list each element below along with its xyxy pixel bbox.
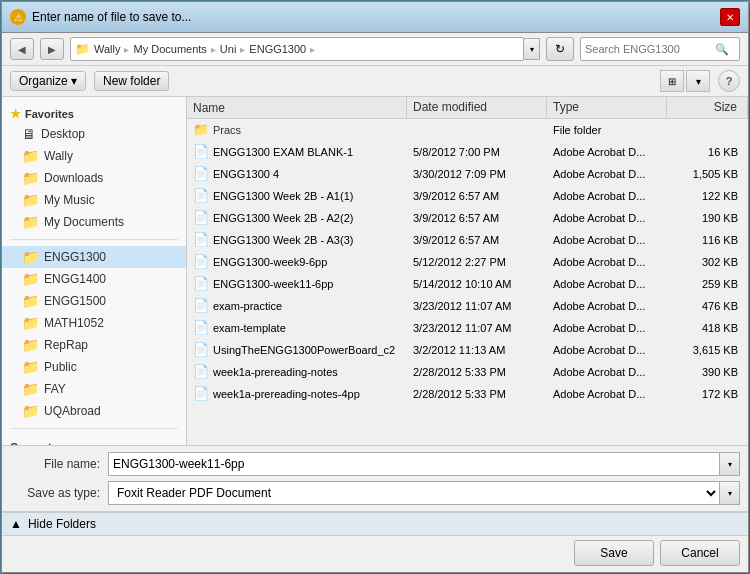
file-icon: 📄: [193, 188, 209, 203]
view-dropdown-button[interactable]: ▾: [686, 70, 710, 92]
file-date-cell: 2/28/2012 5:33 PM: [407, 365, 547, 379]
file-name: exam-practice: [213, 300, 282, 312]
table-row[interactable]: 📄 exam-template 3/23/2012 11:07 AM Adobe…: [187, 317, 748, 339]
search-icon[interactable]: 🔍: [715, 43, 729, 56]
table-row[interactable]: 📄 ENGG1300 4 3/30/2012 7:09 PM Adobe Acr…: [187, 163, 748, 185]
favorites-section-header: ★ Favorites: [2, 101, 186, 123]
file-icon: 📄: [193, 298, 209, 313]
file-name-cell: 📄 UsingTheENGG1300PowerBoard_c2: [187, 341, 407, 358]
documents-folder-icon: 📁: [22, 214, 39, 230]
breadcrumb-dropdown-button[interactable]: ▾: [524, 38, 540, 60]
file-name-cell: 📄 week1a-prereading-notes: [187, 363, 407, 380]
sidebar-item-public[interactable]: 📁 Public: [2, 356, 186, 378]
file-size-cell: 122 KB: [667, 189, 748, 203]
file-date-cell: 5/12/2012 2:27 PM: [407, 255, 547, 269]
breadcrumb-item-uni[interactable]: Uni: [220, 43, 237, 55]
file-name: ENGG1300 4: [213, 168, 279, 180]
table-row[interactable]: 📁 Pracs File folder: [187, 119, 748, 141]
sidebar-item-desktop[interactable]: 🖥 Desktop: [2, 123, 186, 145]
savetype-dropdown-button[interactable]: ▾: [720, 481, 740, 505]
computer-section-header: Computer: [2, 435, 186, 445]
filename-input[interactable]: [108, 452, 720, 476]
view-buttons: ⊞ ▾: [660, 70, 710, 92]
action-buttons: Save Cancel: [2, 535, 748, 572]
header-name[interactable]: Name: [187, 97, 407, 118]
sidebar-item-engg1400[interactable]: 📁 ENGG1400: [2, 268, 186, 290]
breadcrumb-item-mydocs[interactable]: My Documents: [133, 43, 206, 55]
save-button[interactable]: Save: [574, 540, 654, 566]
forward-button[interactable]: ▶: [40, 38, 64, 60]
file-type-cell: Adobe Acrobat D...: [547, 255, 667, 269]
table-row[interactable]: 📄 ENGG1300 Week 2B - A2(2) 3/9/2012 6:57…: [187, 207, 748, 229]
sidebar-item-my-documents[interactable]: 📁 My Documents: [2, 211, 186, 233]
main-content: ★ Favorites 🖥 Desktop 📁 Wally 📁 Download…: [2, 97, 748, 445]
savetype-row: Save as type: Foxit Reader PDF Document …: [10, 481, 740, 505]
file-date-cell: 3/23/2012 11:07 AM: [407, 299, 547, 313]
filename-input-wrapper: ▾: [108, 452, 740, 476]
file-size-cell: 16 KB: [667, 145, 748, 159]
file-name: ENGG1300 Week 2B - A1(1): [213, 190, 353, 202]
table-row[interactable]: 📄 ENGG1300 EXAM BLANK-1 5/8/2012 7:00 PM…: [187, 141, 748, 163]
file-date-cell: 3/2/2012 11:13 AM: [407, 343, 547, 357]
action-bar: Organize ▾ New folder ⊞ ▾ ?: [2, 66, 748, 97]
new-folder-button[interactable]: New folder: [94, 71, 169, 91]
sidebar-item-reprap[interactable]: 📁 RepRap: [2, 334, 186, 356]
table-row[interactable]: 📄 week1a-prereading-notes-4pp 2/28/2012 …: [187, 383, 748, 405]
file-name-cell: 📄 exam-template: [187, 319, 407, 336]
table-row[interactable]: 📄 ENGG1300-week11-6pp 5/14/2012 10:10 AM…: [187, 273, 748, 295]
file-size-cell: 172 KB: [667, 387, 748, 401]
sidebar-item-wally[interactable]: 📁 Wally: [2, 145, 186, 167]
file-icon: 📄: [193, 342, 209, 357]
hide-folders-arrow: ▲: [10, 517, 22, 531]
search-box: 🔍: [580, 37, 740, 61]
header-type[interactable]: Type: [547, 97, 667, 118]
header-date[interactable]: Date modified: [407, 97, 547, 118]
math1052-folder-icon: 📁: [22, 315, 39, 331]
help-button[interactable]: ?: [718, 70, 740, 92]
hide-folders-bar[interactable]: ▲ Hide Folders: [2, 512, 748, 535]
table-row[interactable]: 📄 ENGG1300-week9-6pp 5/12/2012 2:27 PM A…: [187, 251, 748, 273]
file-name: Pracs: [213, 124, 241, 136]
header-size[interactable]: Size: [667, 97, 748, 118]
savetype-select[interactable]: Foxit Reader PDF Document: [108, 481, 720, 505]
close-button[interactable]: ✕: [720, 8, 740, 26]
sidebar-item-math1052[interactable]: 📁 MATH1052: [2, 312, 186, 334]
filename-dropdown-button[interactable]: ▾: [720, 452, 740, 476]
file-type-cell: Adobe Acrobat D...: [547, 321, 667, 335]
sidebar-item-engg1500[interactable]: 📁 ENGG1500: [2, 290, 186, 312]
bottom-bar: File name: ▾ Save as type: Foxit Reader …: [2, 445, 748, 511]
table-row[interactable]: 📄 week1a-prereading-notes 2/28/2012 5:33…: [187, 361, 748, 383]
table-row[interactable]: 📄 ENGG1300 Week 2B - A3(3) 3/9/2012 6:57…: [187, 229, 748, 251]
table-row[interactable]: 📄 ENGG1300 Week 2B - A1(1) 3/9/2012 6:57…: [187, 185, 748, 207]
hide-folders-label: Hide Folders: [28, 517, 96, 531]
file-size-cell: 1,505 KB: [667, 167, 748, 181]
search-input[interactable]: [585, 43, 715, 55]
sidebar-item-my-music[interactable]: 📁 My Music: [2, 189, 186, 211]
cancel-button[interactable]: Cancel: [660, 540, 740, 566]
file-icon: 📄: [193, 210, 209, 225]
file-date-cell: 3/9/2012 6:57 AM: [407, 189, 547, 203]
file-icon: 📁: [193, 122, 209, 137]
sidebar-item-engg1300[interactable]: 📁 ENGG1300: [2, 246, 186, 268]
table-row[interactable]: 📄 exam-practice 3/23/2012 11:07 AM Adobe…: [187, 295, 748, 317]
dialog-title: Enter name of file to save to...: [32, 10, 191, 24]
file-name: UsingTheENGG1300PowerBoard_c2: [213, 344, 395, 356]
file-date-cell: 3/23/2012 11:07 AM: [407, 321, 547, 335]
back-button[interactable]: ◀: [10, 38, 34, 60]
file-size-cell: 390 KB: [667, 365, 748, 379]
breadcrumb-item-engg1300[interactable]: ENGG1300: [249, 43, 306, 55]
organize-button[interactable]: Organize ▾: [10, 71, 86, 91]
file-size-cell: 3,615 KB: [667, 343, 748, 357]
engg1500-folder-icon: 📁: [22, 293, 39, 309]
engg1400-folder-icon: 📁: [22, 271, 39, 287]
sidebar: ★ Favorites 🖥 Desktop 📁 Wally 📁 Download…: [2, 97, 187, 445]
view-toggle-button[interactable]: ⊞: [660, 70, 684, 92]
table-row[interactable]: 📄 UsingTheENGG1300PowerBoard_c2 3/2/2012…: [187, 339, 748, 361]
sidebar-item-fay[interactable]: 📁 FAY: [2, 378, 186, 400]
file-type-cell: Adobe Acrobat D...: [547, 189, 667, 203]
refresh-button[interactable]: ↻: [546, 37, 574, 61]
breadcrumb-item-wally[interactable]: Wally: [94, 43, 120, 55]
sidebar-item-uqabroad[interactable]: 📁 UQAbroad: [2, 400, 186, 422]
save-dialog: ⚠ Enter name of file to save to... ✕ ◀ ▶…: [1, 1, 749, 573]
sidebar-item-downloads[interactable]: 📁 Downloads: [2, 167, 186, 189]
